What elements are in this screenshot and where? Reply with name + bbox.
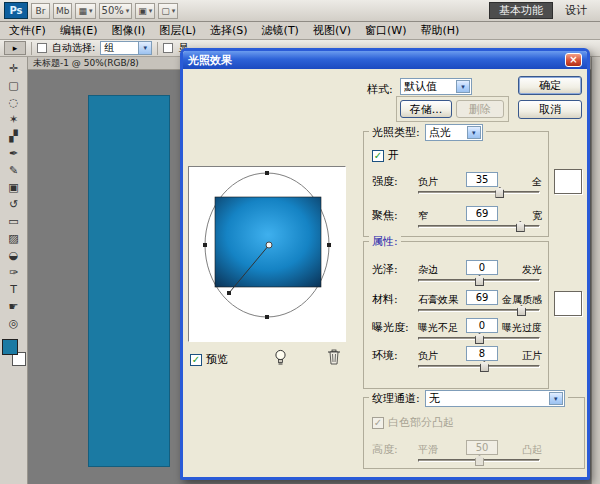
crop-tool[interactable]: ▞ — [3, 128, 25, 145]
save-button[interactable]: 存储... — [400, 100, 452, 118]
gloss-value-input[interactable]: 0 — [466, 260, 498, 275]
dialog-titlebar[interactable]: 光照效果 × — [183, 51, 587, 69]
exposure-slider-track[interactable] — [418, 337, 540, 340]
zoom-tool[interactable]: ◎ — [3, 315, 25, 332]
focus-value-input[interactable]: 69 — [466, 206, 498, 221]
pen-tool[interactable]: ✑ — [3, 264, 25, 281]
intensity-slider-thumb[interactable] — [495, 187, 504, 198]
workspace-basic-button[interactable]: 基本功能 — [489, 2, 553, 19]
move-tool[interactable]: ✛ — [3, 60, 25, 77]
auto-select-target-select[interactable]: 组 — [100, 41, 152, 55]
menu-help[interactable]: 帮助(H) — [413, 22, 466, 39]
panel-dock-strip — [591, 57, 600, 484]
foreground-color-swatch[interactable] — [2, 339, 18, 355]
light-on-checkbox[interactable]: ✓ — [372, 150, 384, 162]
gradient-tool[interactable]: ▨ — [3, 230, 25, 247]
handle-anchor[interactable] — [227, 291, 231, 295]
menu-image[interactable]: 图像(I) — [104, 22, 152, 39]
document-image — [88, 95, 170, 467]
handle-top[interactable] — [265, 171, 269, 175]
brush-tool[interactable]: ✎ — [3, 162, 25, 179]
exposure-value-input[interactable]: 0 — [466, 318, 498, 333]
gloss-min-label: 杂边 — [418, 263, 438, 277]
close-icon[interactable]: × — [565, 53, 582, 67]
exposure-slider-thumb[interactable] — [475, 333, 484, 344]
ambience-slider-thumb[interactable] — [480, 361, 489, 372]
document-tab[interactable]: 未标题-1 @ 50%(RGB/8) — [33, 58, 139, 68]
focus-label: 聚焦: — [372, 208, 398, 223]
mini-bridge-icon[interactable]: Mb — [53, 3, 72, 19]
eraser-tool[interactable]: ▭ — [3, 213, 25, 230]
preview-label: 预览 — [206, 352, 228, 367]
light-center-knob[interactable] — [266, 242, 272, 248]
show-transform-checkbox[interactable] — [163, 43, 173, 53]
arrange-documents-icon[interactable]: ▣ — [135, 3, 155, 19]
eyedropper-tool[interactable]: ✒ — [3, 145, 25, 162]
history-brush-tool[interactable]: ↺ — [3, 196, 25, 213]
marquee-tool[interactable]: ▢ — [3, 77, 25, 94]
cancel-button[interactable]: 取消 — [518, 100, 582, 119]
menu-filter[interactable]: 滤镜(T) — [255, 22, 306, 39]
height-min-label: 平滑 — [418, 443, 438, 457]
ok-button[interactable]: 确定 — [518, 76, 582, 95]
material-label: 材料: — [372, 292, 398, 307]
add-light-bulb-icon[interactable] — [271, 348, 289, 366]
ambient-color-swatch[interactable] — [554, 291, 582, 316]
white-raised-row: ✓ 白色部分凸起 — [372, 415, 454, 430]
material-slider-track[interactable] — [418, 309, 540, 312]
clone-stamp-tool[interactable]: ▣ — [3, 179, 25, 196]
gloss-max-label: 发光 — [522, 263, 542, 277]
intensity-value-input[interactable]: 35 — [466, 172, 498, 187]
menu-file[interactable]: 文件(F) — [2, 22, 53, 39]
intensity-slider-track[interactable] — [418, 191, 540, 194]
menu-view[interactable]: 视图(V) — [306, 22, 358, 39]
hand-tool[interactable]: ☛ — [3, 298, 25, 315]
blur-tool[interactable]: ◒ — [3, 247, 25, 264]
move-tool-preset-icon[interactable]: ▸ — [4, 41, 26, 55]
menu-window[interactable]: 窗口(W) — [358, 22, 413, 39]
photoshop-logo: Ps — [4, 2, 28, 19]
gloss-slider-track[interactable] — [418, 279, 540, 282]
focus-slider-track[interactable] — [418, 225, 540, 228]
workspace-design-button[interactable]: 设计 — [556, 3, 596, 18]
texture-channel-select[interactable]: 无 — [425, 390, 565, 407]
type-tool[interactable]: T — [3, 281, 25, 298]
preview-graphic — [189, 167, 345, 341]
menu-select[interactable]: 选择(S) — [203, 22, 255, 39]
zoom-level-dropdown[interactable]: 50% — [99, 3, 133, 19]
ambience-slider-track[interactable] — [418, 365, 540, 368]
light-type-select[interactable]: 点光 — [425, 124, 483, 141]
handle-bottom[interactable] — [265, 315, 269, 319]
light-color-swatch[interactable] — [554, 169, 582, 194]
tools-panel: ✛ ▢ ◌ ✶ ▞ ✒ ✎ ▣ ↺ ▭ ▨ ◒ ✑ T ☛ ◎ — [0, 57, 28, 484]
screen-mode-icon[interactable]: ▢ — [158, 3, 178, 19]
gloss-slider-thumb[interactable] — [475, 275, 484, 286]
menu-edit[interactable]: 编辑(E) — [53, 22, 105, 39]
launch-bridge-icon[interactable]: Br — [31, 3, 50, 19]
ambience-value-input[interactable]: 8 — [466, 346, 498, 361]
intensity-slider-row: 强度: 负片 35 全 — [372, 172, 542, 198]
handle-right[interactable] — [327, 243, 331, 247]
view-extras-icon[interactable]: ▦ — [75, 3, 95, 19]
focus-slider-thumb[interactable] — [516, 221, 525, 232]
style-select[interactable]: 默认值 — [400, 78, 472, 95]
lighting-preview[interactable] — [188, 166, 346, 342]
menu-layer[interactable]: 图层(L) — [152, 22, 203, 39]
exposure-max-label: 曝光过度 — [502, 321, 542, 335]
magic-wand-tool[interactable]: ✶ — [3, 111, 25, 128]
light-type-group: 光照类型: 点光 ✓ 开 强度: 负片 35 全 — [363, 131, 549, 237]
lasso-tool[interactable]: ◌ — [3, 94, 25, 111]
delete-light-trash-icon[interactable] — [325, 348, 343, 366]
dropdown-arrow-icon — [138, 42, 151, 54]
preview-checkbox[interactable]: ✓ — [190, 354, 202, 366]
properties-label: 属性: — [372, 234, 398, 249]
material-value-input[interactable]: 69 — [466, 290, 498, 305]
height-max-label: 凸起 — [522, 443, 542, 457]
handle-left[interactable] — [203, 243, 207, 247]
properties-group: 属性: 光泽: 杂边 0 发光 材料: 石膏效果 69 金属质感 曝 — [363, 241, 549, 389]
height-slider-row: 高度: 平滑 50 凸起 — [372, 440, 542, 466]
light-on-row: ✓ 开 — [372, 148, 399, 163]
auto-select-checkbox[interactable] — [37, 43, 47, 53]
menu-bar: 文件(F) 编辑(E) 图像(I) 图层(L) 选择(S) 滤镜(T) 视图(V… — [0, 22, 600, 40]
white-raised-checkbox: ✓ — [372, 417, 384, 429]
